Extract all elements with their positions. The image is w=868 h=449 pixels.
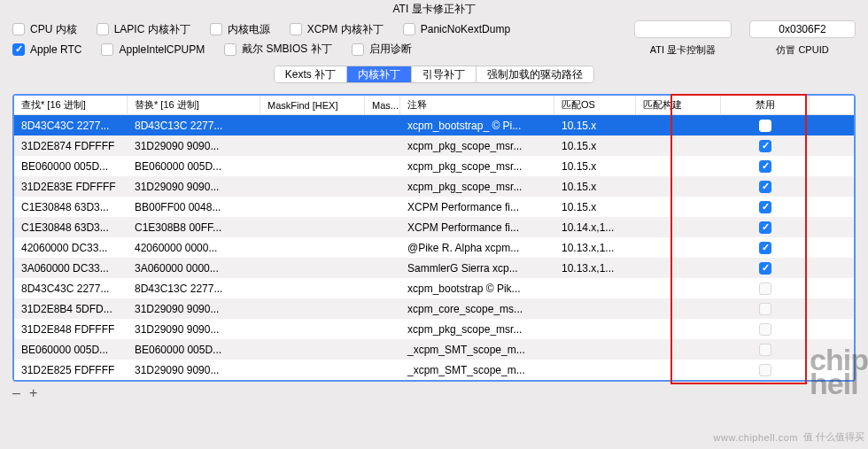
cell-maskfind (260, 319, 365, 339)
cell-maskreplace (365, 298, 400, 319)
table-row[interactable]: 31D2E825 FDFFFF31D29090 9090..._xcpm_SMT… (14, 360, 854, 380)
cell-maskreplace (365, 197, 400, 217)
table-row[interactable]: 8D43C43C 2277...8D43C13C 2277...xcpm_boo… (14, 278, 854, 298)
cell-matchbuild (636, 360, 721, 380)
cell-comment: xcpm_pkg_scope_msr... (400, 156, 554, 176)
cell-matchos: 10.14.x,1... (554, 217, 636, 237)
cell-replace: 8D43C13C 2277... (128, 115, 260, 135)
cell-matchos: 10.15.x (554, 176, 636, 197)
table-row[interactable]: BE060000 005D...BE060000 005D...xcpm_pkg… (14, 156, 854, 176)
th-maskfind[interactable]: MaskFind [HEX] (260, 96, 365, 114)
cell-matchbuild (636, 298, 721, 319)
cell-maskfind (260, 258, 365, 278)
disabled-checkbox[interactable] (759, 303, 771, 315)
th-disabled[interactable]: 禁用 (721, 96, 810, 114)
tab-kernel[interactable]: 内核补丁 (347, 66, 412, 82)
th-matchos[interactable]: 匹配OS (554, 96, 636, 114)
cell-maskreplace (365, 258, 400, 278)
disabled-checkbox[interactable] (759, 344, 771, 356)
xcpm-checkbox[interactable] (290, 23, 302, 35)
th-matchbuild[interactable]: 匹配构建 (636, 96, 721, 114)
cell-find: 8D43C43C 2277... (14, 115, 128, 135)
cell-spacer (810, 217, 854, 237)
cell-matchbuild (636, 258, 721, 278)
cell-maskreplace (365, 360, 400, 380)
cell-matchos (554, 278, 636, 298)
apple-rtc-checkbox[interactable] (12, 43, 25, 56)
cell-matchos (554, 360, 636, 380)
th-replace[interactable]: 替换* [16 进制] (128, 96, 260, 114)
cell-matchos (554, 298, 636, 319)
th-maskreplace[interactable]: Mas... (365, 96, 400, 114)
lapic-label: LAPIC 内核补丁 (114, 22, 190, 37)
cell-find: C1E30848 63D3... (14, 217, 128, 237)
disabled-checkbox[interactable] (759, 201, 771, 213)
cell-maskfind (260, 176, 365, 197)
checkbox-row-2: Apple RTCAppleIntelCPUPM戴尔 SMBIOS 补丁启用诊断… (12, 42, 856, 57)
enable-diag-checkbox[interactable] (352, 43, 364, 56)
cell-maskfind (260, 115, 365, 135)
table-row[interactable]: 42060000 DC33...42060000 0000...@Pike R.… (14, 237, 854, 258)
cell-maskfind (260, 339, 365, 360)
cell-disabled (721, 319, 810, 339)
tab-kexts[interactable]: Kexts 补丁 (275, 66, 347, 82)
table-row[interactable]: C1E30848 63D3...C1E308B8 00FF...XCPM Per… (14, 217, 854, 237)
disabled-checkbox[interactable] (759, 283, 771, 295)
cpu-core-checkbox[interactable] (12, 23, 25, 35)
table-row[interactable]: 8D43C43C 2277...8D43C13C 2277...xcpm_boo… (14, 115, 854, 135)
add-row-button[interactable]: + (29, 385, 37, 401)
disabled-checkbox[interactable] (759, 323, 771, 336)
disabled-checkbox[interactable] (759, 160, 771, 173)
cell-maskreplace (365, 156, 400, 176)
kernel-pm-checkbox[interactable] (210, 23, 222, 35)
cell-matchos: 10.15.x (554, 156, 636, 176)
table-header: 查找* [16 进制] 替换* [16 进制] MaskFind [HEX] M… (14, 96, 854, 115)
cell-maskfind (260, 360, 365, 380)
remove-row-button[interactable]: – (12, 385, 20, 401)
cell-find: 31D2E874 FDFFFF (14, 135, 128, 156)
lapic-checkbox[interactable] (97, 23, 109, 35)
disabled-checkbox[interactable] (759, 242, 771, 254)
disabled-checkbox[interactable] (759, 120, 771, 132)
th-find[interactable]: 查找* [16 进制] (14, 96, 128, 114)
cell-spacer (810, 237, 854, 258)
cell-matchbuild (636, 156, 721, 176)
tab-boot[interactable]: 引导补丁 (412, 66, 477, 82)
cell-disabled (721, 217, 810, 237)
cell-maskreplace (365, 237, 400, 258)
disabled-checkbox[interactable] (759, 221, 771, 234)
disabled-checkbox[interactable] (759, 262, 771, 275)
ati-controller-input[interactable] (634, 20, 732, 38)
disabled-checkbox[interactable] (759, 181, 771, 193)
cell-comment: SammlerG Sierra xcp... (400, 258, 554, 278)
cell-maskreplace (365, 115, 400, 135)
cell-comment: xcpm_bootstrap_ © Pi... (400, 115, 554, 135)
cell-disabled (721, 258, 810, 278)
table-row[interactable]: 31D2E874 FDFFFF31D29090 9090...xcpm_pkg_… (14, 135, 854, 156)
table-row[interactable]: 31D2E848 FDFFFF31D29090 9090...xcpm_pkg_… (14, 319, 854, 339)
fake-cpuid-input[interactable] (749, 20, 856, 38)
disabled-checkbox[interactable] (759, 140, 771, 152)
tab-forced[interactable]: 强制加载的驱动路径 (477, 66, 593, 82)
table-row[interactable]: BE060000 005D...BE060000 005D..._xcpm_SM… (14, 339, 854, 360)
cell-matchos: 10.15.x (554, 115, 636, 135)
cell-matchbuild (636, 217, 721, 237)
disabled-checkbox[interactable] (759, 364, 771, 376)
table-row[interactable]: 31D2E8B4 5DFD...31D29090 9090...xcpm_cor… (14, 298, 854, 319)
th-comment[interactable]: 注释 (400, 96, 554, 114)
table-row[interactable]: 3A060000 DC33...3A060000 0000...SammlerG… (14, 258, 854, 278)
cell-maskfind (260, 197, 365, 217)
table-row[interactable]: C1E30848 63D3...BB00FF00 0048...XCPM Per… (14, 197, 854, 217)
table-row[interactable]: 31D2E83E FDFFFF31D29090 9090...xcpm_pkg_… (14, 176, 854, 197)
cell-replace: BB00FF00 0048... (128, 197, 260, 217)
apple-intel-pm-label: AppleIntelCPUPM (119, 43, 205, 56)
cell-spacer (810, 278, 854, 298)
apple-intel-pm-checkbox[interactable] (101, 43, 113, 56)
cell-find: BE060000 005D... (14, 156, 128, 176)
cell-find: 42060000 DC33... (14, 237, 128, 258)
cell-maskfind (260, 217, 365, 237)
cell-maskreplace (365, 339, 400, 360)
dell-smbios-checkbox[interactable] (224, 43, 236, 56)
cell-maskreplace (365, 319, 400, 339)
panic-nokext-checkbox[interactable] (403, 23, 415, 35)
